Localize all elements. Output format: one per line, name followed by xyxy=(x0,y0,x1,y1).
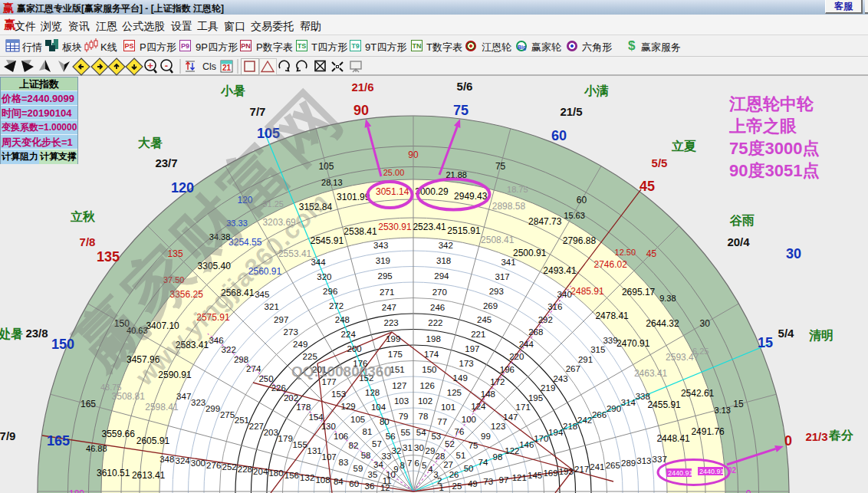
svg-text:135: 135 xyxy=(97,249,120,265)
svg-text:4: 4 xyxy=(428,465,433,474)
svg-text:319: 319 xyxy=(376,256,390,265)
svg-text:2644.32: 2644.32 xyxy=(646,318,679,329)
svg-text:276: 276 xyxy=(206,461,221,470)
svg-text:269: 269 xyxy=(483,301,498,311)
svg-text:45: 45 xyxy=(646,248,657,259)
svg-text:6.25: 6.25 xyxy=(692,347,709,356)
svg-text:2598.41: 2598.41 xyxy=(145,402,179,412)
svg-text:149: 149 xyxy=(453,373,468,383)
svg-text:320: 320 xyxy=(317,272,331,281)
svg-text:218: 218 xyxy=(563,422,577,431)
svg-text:165: 165 xyxy=(81,399,96,409)
svg-text:151: 151 xyxy=(390,365,405,374)
svg-text:101: 101 xyxy=(441,403,455,412)
svg-text:146: 146 xyxy=(519,440,534,449)
svg-text:75: 75 xyxy=(495,161,506,172)
svg-text:7: 7 xyxy=(407,458,412,468)
svg-text:106: 106 xyxy=(334,432,348,441)
svg-text:103: 103 xyxy=(394,396,409,406)
svg-text:76: 76 xyxy=(455,427,465,436)
svg-text:15: 15 xyxy=(758,335,773,350)
svg-text:0: 0 xyxy=(784,433,792,449)
svg-text:220: 220 xyxy=(509,352,524,361)
svg-text:53: 53 xyxy=(431,432,441,441)
svg-text:251: 251 xyxy=(235,416,249,425)
svg-text:344: 344 xyxy=(311,258,326,267)
svg-text:江恩轮中轮: 江恩轮中轮 xyxy=(728,94,814,113)
svg-text:上帝之眼: 上帝之眼 xyxy=(728,117,797,136)
svg-text:131: 131 xyxy=(307,446,322,455)
svg-text:124: 124 xyxy=(471,402,486,411)
svg-text:172: 172 xyxy=(490,377,505,386)
svg-text:清明: 清明 xyxy=(809,329,833,342)
svg-text:小暑: 小暑 xyxy=(220,84,245,97)
svg-text:107: 107 xyxy=(322,452,337,462)
svg-text:105: 105 xyxy=(350,415,365,424)
svg-text:203: 203 xyxy=(264,428,278,437)
svg-text:165: 165 xyxy=(47,433,70,449)
svg-text:2515.91: 2515.91 xyxy=(447,225,481,236)
svg-text:104: 104 xyxy=(371,403,386,412)
svg-text:2448.41: 2448.41 xyxy=(656,433,690,444)
svg-text:300: 300 xyxy=(191,458,205,468)
svg-text:199: 199 xyxy=(386,334,400,343)
svg-text:348: 348 xyxy=(159,455,174,464)
svg-text:26: 26 xyxy=(449,470,459,479)
svg-text:6: 6 xyxy=(415,458,419,468)
svg-text:2440.91: 2440.91 xyxy=(668,469,693,477)
svg-text:30: 30 xyxy=(414,443,424,452)
svg-text:174: 174 xyxy=(424,350,439,359)
svg-text:195: 195 xyxy=(528,393,543,403)
svg-text:248: 248 xyxy=(335,315,350,324)
svg-text:295: 295 xyxy=(378,271,393,281)
svg-text:83: 83 xyxy=(339,458,349,467)
svg-text:145: 145 xyxy=(528,471,542,480)
svg-text:28.13: 28.13 xyxy=(321,178,343,187)
svg-text:125: 125 xyxy=(447,388,462,397)
svg-text:立夏: 立夏 xyxy=(671,140,696,153)
svg-text:2500.91: 2500.91 xyxy=(513,248,547,258)
svg-text:337: 337 xyxy=(653,455,667,464)
svg-text:178: 178 xyxy=(296,403,311,412)
svg-text:谷雨: 谷雨 xyxy=(729,214,755,227)
svg-text:30: 30 xyxy=(700,318,711,329)
svg-text:204: 204 xyxy=(253,467,268,476)
svg-text:252: 252 xyxy=(222,462,237,472)
svg-text:80: 80 xyxy=(380,417,390,426)
svg-text:123: 123 xyxy=(491,422,505,431)
svg-text:3559.66: 3559.66 xyxy=(102,429,136,439)
svg-text:2523.41: 2523.41 xyxy=(413,222,446,232)
svg-text:317: 317 xyxy=(495,272,510,281)
svg-text:12: 12 xyxy=(380,483,390,492)
svg-text:196: 196 xyxy=(500,365,515,374)
svg-text:274: 274 xyxy=(246,364,261,373)
svg-text:129: 129 xyxy=(341,402,356,411)
svg-text:5/5: 5/5 xyxy=(652,156,668,169)
svg-text:102: 102 xyxy=(418,396,432,406)
svg-text:77: 77 xyxy=(437,417,447,426)
svg-text:323: 323 xyxy=(191,398,205,407)
svg-text:3051.14: 3051.14 xyxy=(376,186,409,197)
svg-text:50: 50 xyxy=(464,464,474,473)
svg-text:121: 121 xyxy=(512,473,527,482)
svg-text:180: 180 xyxy=(69,488,84,493)
svg-text:84: 84 xyxy=(334,477,344,486)
svg-text:225: 225 xyxy=(303,352,317,361)
svg-text:2796.88: 2796.88 xyxy=(563,235,597,246)
svg-text:339: 339 xyxy=(603,336,617,345)
svg-text:7/8: 7/8 xyxy=(80,235,96,248)
svg-text:294: 294 xyxy=(434,271,449,281)
svg-text:23/7: 23/7 xyxy=(155,156,177,169)
svg-text:321: 321 xyxy=(265,302,279,311)
svg-text:23/8: 23/8 xyxy=(25,327,48,340)
svg-text:21/5: 21/5 xyxy=(560,105,582,118)
svg-text:296: 296 xyxy=(323,287,337,296)
svg-text:5/6: 5/6 xyxy=(457,80,473,93)
svg-text:316: 316 xyxy=(547,302,562,311)
svg-text:228: 228 xyxy=(238,465,252,474)
svg-text:3: 3 xyxy=(433,470,438,479)
svg-text:0: 0 xyxy=(746,488,751,493)
svg-text:60: 60 xyxy=(349,479,359,488)
svg-text:169: 169 xyxy=(543,468,557,478)
svg-text:224: 224 xyxy=(341,330,357,339)
